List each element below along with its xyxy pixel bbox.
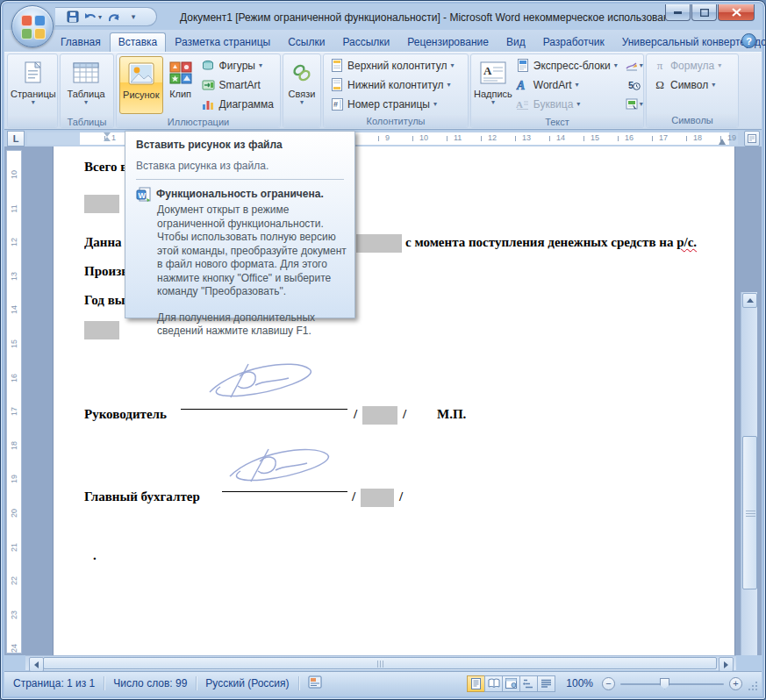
help-button[interactable]: ? xyxy=(741,33,756,48)
redo-button[interactable] xyxy=(104,9,122,25)
word-count-status[interactable]: Число слов: 99 xyxy=(104,677,196,689)
tab-references[interactable]: Ссылки xyxy=(279,32,333,52)
signature-line-icon xyxy=(626,60,638,71)
textbox-button[interactable]: A Надпись ▾ xyxy=(474,56,512,114)
tab-page-layout[interactable]: Разметка страницы xyxy=(166,32,279,52)
office-button[interactable] xyxy=(11,5,54,47)
ruler-number: 21 xyxy=(10,543,18,552)
ribbon: Страницы ▾ Таблица ▾ Таблицы xyxy=(4,52,762,130)
ruler-number: 15 xyxy=(10,339,18,348)
undo-button[interactable]: ▾ xyxy=(84,9,102,25)
full-screen-reading-view-button[interactable] xyxy=(484,675,503,692)
vertical-scrollbar[interactable] xyxy=(741,292,757,655)
proofing-status-button[interactable] xyxy=(299,675,331,691)
chevron-down-icon: ▾ xyxy=(640,100,643,108)
tab-review[interactable]: Рецензирование xyxy=(398,32,498,52)
redacted-value xyxy=(84,195,119,213)
indent-marker[interactable] xyxy=(103,132,111,145)
ruler-number: 18 xyxy=(693,133,702,142)
chart-icon xyxy=(202,97,216,111)
tab-insert[interactable]: Вставка xyxy=(110,32,167,52)
scroll-left-button[interactable] xyxy=(29,657,44,672)
clip-art-button[interactable]: Клип xyxy=(163,56,198,114)
draft-view-button[interactable] xyxy=(537,675,555,692)
slash-separator: / xyxy=(399,489,403,504)
save-button[interactable] xyxy=(64,9,82,25)
minimize-button[interactable] xyxy=(665,4,691,21)
right-indent-marker[interactable] xyxy=(719,139,726,145)
tab-mailings[interactable]: Рассылки xyxy=(333,32,398,52)
tab-view[interactable]: Вид xyxy=(498,32,534,52)
shapes-button[interactable]: Фигуры ▾ xyxy=(198,56,277,75)
group-text: A Надпись ▾ Экспресс-блоки ▾ xyxy=(470,54,644,128)
horizontal-scrollbar-thumb[interactable] xyxy=(43,657,717,669)
redacted-value xyxy=(362,406,397,425)
picture-button[interactable]: Рисунок xyxy=(119,56,163,114)
outline-view-button[interactable] xyxy=(519,675,538,692)
window-controls xyxy=(664,4,755,21)
ruler-number: 19 xyxy=(727,133,736,142)
ruler-number: 24 xyxy=(10,644,18,653)
undo-dropdown-arrow[interactable]: ▾ xyxy=(98,13,102,21)
ruler-number: 18 xyxy=(10,441,18,450)
signature-line-button[interactable]: ▾ xyxy=(623,56,646,75)
ruler-toggle-button[interactable] xyxy=(744,131,760,146)
object-button[interactable]: ▾ xyxy=(623,95,646,113)
scroll-up-button[interactable] xyxy=(742,293,757,308)
web-layout-view-button[interactable] xyxy=(502,675,520,692)
doc-line-year: Год вы xyxy=(84,293,125,308)
wordart-button[interactable]: A WordArt ▾ xyxy=(512,75,621,94)
quick-parts-button[interactable]: Экспресс-блоки ▾ xyxy=(512,56,621,75)
group-label-illustrations: Иллюстрации xyxy=(117,116,280,127)
close-button[interactable] xyxy=(718,4,755,21)
restore-button[interactable] xyxy=(691,4,717,21)
table-button[interactable]: Таблица ▾ xyxy=(63,56,109,114)
window-resize-grip[interactable] xyxy=(748,681,758,691)
links-button[interactable]: Связи ▾ xyxy=(286,56,318,114)
smartart-button[interactable]: SmartArt xyxy=(198,75,277,94)
quick-access-toolbar: ▾ ▾ xyxy=(55,7,157,26)
tab-selector-button[interactable]: L xyxy=(7,131,25,146)
chevron-down-icon: ▾ xyxy=(614,61,618,69)
ruler-number: 12 xyxy=(10,238,18,246)
group-symbols: π Формула ▾ Ω Символ ▾ Символы xyxy=(646,54,739,128)
zoom-in-button[interactable]: + xyxy=(729,677,742,690)
ruler-number: 17 xyxy=(10,407,18,416)
ruler-number: 16 xyxy=(10,374,18,382)
tab-developer[interactable]: Разработчик xyxy=(534,32,613,52)
chevron-down-icon: ▾ xyxy=(259,61,262,69)
zoom-slider-thumb[interactable] xyxy=(660,678,669,689)
date-time-button[interactable]: 5 xyxy=(623,75,646,94)
footer-button[interactable]: Нижний колонтитул ▾ xyxy=(326,75,457,94)
scroll-right-button[interactable] xyxy=(719,657,734,672)
vertical-ruler[interactable]: 101112131415161718192021222324 xyxy=(6,150,22,654)
symbol-button[interactable]: Ω Символ ▾ xyxy=(649,75,725,94)
group-label-header-footer: Колонтитулы xyxy=(324,115,468,127)
header-button[interactable]: Верхний колонтитул ▾ xyxy=(326,56,457,75)
ruler-number: 14 xyxy=(556,133,565,142)
tab-home[interactable]: Главная xyxy=(52,32,110,52)
chevron-down-icon: ▾ xyxy=(300,99,304,105)
group-illustrations: Рисунок Клип Фигуры ▾ xyxy=(116,54,281,128)
page-number-button[interactable]: # Номер страницы ▾ xyxy=(326,95,457,113)
zoom-slider[interactable] xyxy=(620,677,724,690)
chart-label: Диаграмма xyxy=(219,98,274,111)
ruler-number: 14 xyxy=(10,305,18,314)
zoom-out-button[interactable]: − xyxy=(602,677,615,690)
vertical-scrollbar-thumb[interactable] xyxy=(742,436,757,589)
header-icon xyxy=(330,59,344,73)
zoom-level[interactable]: 100% xyxy=(562,677,597,689)
page-count-status[interactable]: Страница: 1 из 1 xyxy=(4,677,104,689)
customize-qat-button[interactable]: ▾ xyxy=(125,9,142,25)
ruler-number: 1 xyxy=(111,133,116,142)
group-label-tables: Таблицы xyxy=(61,116,113,127)
word-window: Документ1 [Режим ограниченной функционал… xyxy=(0,0,766,700)
pages-button[interactable]: Страницы ▾ xyxy=(11,56,56,114)
word-document-icon: W xyxy=(136,187,151,202)
clip-art-label: Клип xyxy=(169,89,191,99)
language-status[interactable]: Русский (Россия) xyxy=(197,677,297,689)
office-logo-icon xyxy=(34,28,46,39)
horizontal-scrollbar[interactable] xyxy=(25,655,736,670)
print-layout-view-button[interactable] xyxy=(467,675,485,692)
chart-button[interactable]: Диаграмма xyxy=(198,95,277,113)
